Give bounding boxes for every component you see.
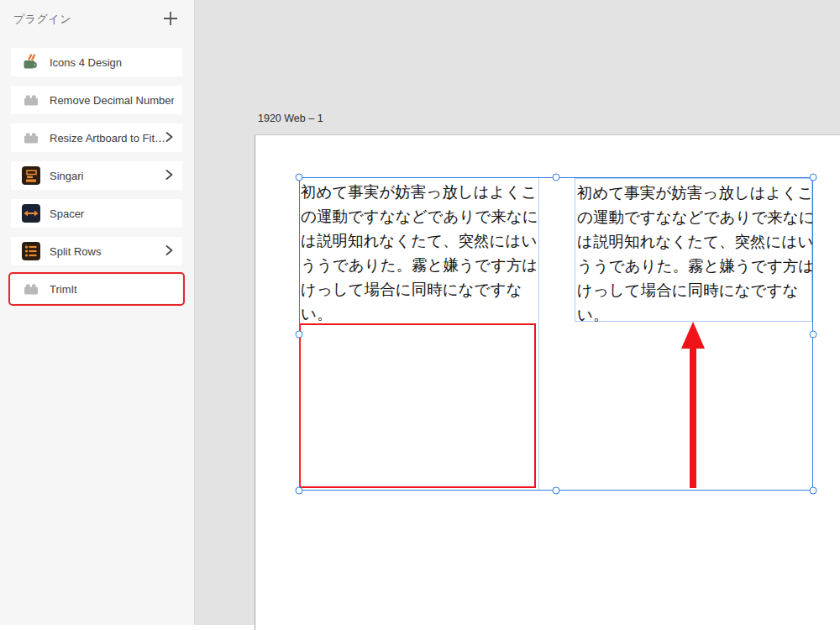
chevron-right-icon (165, 244, 174, 259)
horizontal-arrow-icon (21, 203, 41, 223)
add-plugin-button[interactable] (162, 10, 179, 27)
sidebar-item-singari[interactable]: Singari (11, 161, 182, 190)
sidebar-item-resize-artboard-to-fit[interactable]: Resize Artboard to Fit… (11, 123, 182, 152)
selection-handle-top-left[interactable] (296, 174, 303, 181)
selection-handle-mid-left[interactable] (296, 331, 303, 339)
sidebar-item-label: Split Rows (50, 245, 165, 258)
plugin-brick-icon (21, 279, 41, 299)
plugins-header: プラグイン (13, 12, 71, 27)
sidebar-item-label: Remove Decimal Numbers (50, 94, 174, 107)
rows-list-icon (21, 241, 41, 261)
selection-handle-top-mid[interactable] (553, 174, 560, 181)
plugin-brick-icon (21, 90, 41, 110)
app-window: プラグイン Icons 4 Design (0, 0, 840, 630)
plugins-sidebar: プラグイン Icons 4 Design (0, 0, 195, 630)
sidebar-item-label: Resize Artboard to Fit… (50, 132, 165, 144)
selection-handle-bottom-right[interactable] (810, 487, 817, 495)
sidebar-item-label: TrimIt (50, 283, 174, 296)
coffee-mug-icon (21, 52, 41, 72)
sidebar-item-trimit[interactable]: TrimIt (11, 275, 182, 303)
artboard-title[interactable]: 1920 Web – 1 (258, 113, 323, 124)
sidebar-item-remove-decimal-numbers[interactable]: Remove Decimal Numbers (11, 86, 182, 114)
selection-handle-top-right[interactable] (810, 174, 817, 181)
chevron-right-icon (165, 168, 174, 183)
sidebar-item-split-rows[interactable]: Split Rows (11, 237, 182, 265)
sidebar-item-spacer[interactable]: Spacer (11, 199, 182, 228)
selection-handle-mid-right[interactable] (810, 331, 817, 339)
sidebar-item-label: Icons 4 Design (50, 56, 174, 69)
sidebar-item-label: Singari (50, 170, 165, 182)
plus-icon (162, 10, 179, 27)
selection-bounding-box (299, 177, 813, 491)
sidebar-item-icons-4-design[interactable]: Icons 4 Design (11, 48, 182, 76)
plugin-list: Icons 4 Design Remove Decimal Numbers (11, 48, 182, 312)
sidebar-item-label: Spacer (50, 207, 174, 220)
selection-handle-bottom-mid[interactable] (553, 487, 560, 495)
up-arrow-annotation[interactable] (680, 320, 706, 490)
chevron-right-icon (165, 130, 174, 145)
plugin-brick-icon (21, 128, 41, 148)
stacked-bars-icon (21, 165, 41, 186)
selection-handle-bottom-left[interactable] (296, 487, 303, 495)
window-bottom-strip (0, 625, 255, 630)
